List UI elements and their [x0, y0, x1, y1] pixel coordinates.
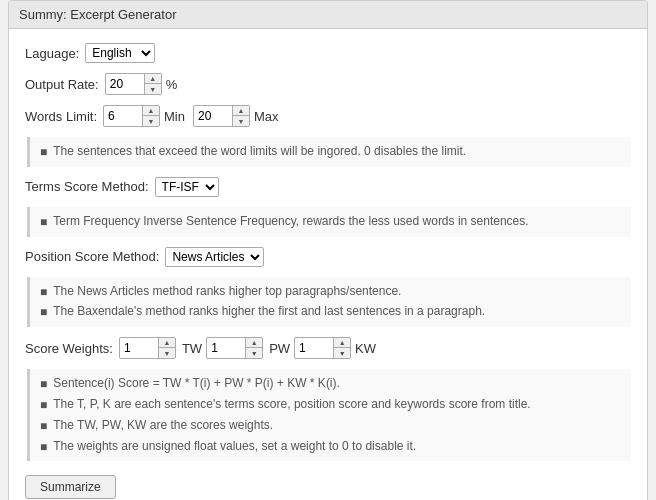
- words-limit-note-box: ■ The sentences that exceed the word lim…: [27, 137, 631, 167]
- kw-btns: ▲ ▼: [333, 338, 350, 358]
- score-weight-note-4-text: The weights are unsigned float values, s…: [53, 438, 416, 455]
- bullet-icon-8: ■: [40, 439, 47, 456]
- bullet-icon-6: ■: [40, 397, 47, 414]
- language-row: Laguage: English French German Spanish: [25, 43, 631, 63]
- bullet-icon-5: ■: [40, 376, 47, 393]
- score-weight-note-2: ■ The T, P, K are each sentence's terms …: [40, 396, 621, 414]
- position-score-note-box: ■ The News Articles method ranks higher …: [27, 277, 631, 328]
- bullet-icon-7: ■: [40, 418, 47, 435]
- title-bar: Summy: Excerpt Generator: [9, 1, 647, 29]
- terms-score-note-text: Term Frequency Inverse Sentence Frequenc…: [53, 213, 528, 230]
- bullet-icon-2: ■: [40, 214, 47, 231]
- words-limit-note-text: The sentences that exceed the word limit…: [53, 143, 466, 160]
- pw-label: PW: [269, 341, 290, 356]
- words-limit-max-input[interactable]: [194, 107, 232, 125]
- position-score-select[interactable]: News Articles Baxendale: [165, 247, 264, 267]
- terms-score-note-item: ■ Term Frequency Inverse Sentence Freque…: [40, 213, 621, 231]
- position-score-label: Position Score Method:: [25, 249, 159, 264]
- bullet-icon-3: ■: [40, 284, 47, 301]
- output-rate-down-btn[interactable]: ▼: [145, 84, 161, 94]
- pw-spinner: ▲ ▼: [206, 337, 263, 359]
- words-limit-max-spinner: ▲ ▼: [193, 105, 250, 127]
- output-rate-spinner: ▲ ▼: [105, 73, 162, 95]
- position-score-row: Position Score Method: News Articles Bax…: [25, 247, 631, 267]
- bullet-icon-4: ■: [40, 304, 47, 321]
- position-score-note-1: ■ The News Articles method ranks higher …: [40, 283, 621, 301]
- terms-score-label: Terms Score Method:: [25, 179, 149, 194]
- output-rate-input[interactable]: [106, 75, 144, 93]
- position-score-note-2-text: The Baxendale's method ranks higher the …: [53, 303, 485, 320]
- tw-down-btn[interactable]: ▼: [159, 348, 175, 358]
- summarize-button[interactable]: Summarize: [25, 475, 116, 499]
- words-limit-max-label: Max: [254, 109, 279, 124]
- score-weights-label: Score Weights:: [25, 341, 113, 356]
- score-weight-note-2-text: The T, P, K are each sentence's terms sc…: [53, 396, 530, 413]
- output-rate-spinner-btns: ▲ ▼: [144, 74, 161, 94]
- content-area: Laguage: English French German Spanish O…: [9, 29, 647, 500]
- summarize-row: Summarize: [25, 471, 631, 499]
- output-rate-unit: %: [166, 77, 178, 92]
- terms-score-select[interactable]: TF-ISF TF-IDF TF: [155, 177, 219, 197]
- window-title: Summy: Excerpt Generator: [19, 7, 177, 22]
- kw-input[interactable]: [295, 339, 333, 357]
- bullet-icon: ■: [40, 144, 47, 161]
- tw-spinner: ▲ ▼: [119, 337, 176, 359]
- pw-btns: ▲ ▼: [245, 338, 262, 358]
- words-limit-min-label: Min: [164, 109, 185, 124]
- terms-score-row: Terms Score Method: TF-ISF TF-IDF TF: [25, 177, 631, 197]
- tw-up-btn[interactable]: ▲: [159, 338, 175, 348]
- main-window: Summy: Excerpt Generator Laguage: Englis…: [8, 0, 648, 500]
- pw-input[interactable]: [207, 339, 245, 357]
- kw-up-btn[interactable]: ▲: [334, 338, 350, 348]
- score-weight-note-3-text: The TW, PW, KW are the scores weights.: [53, 417, 273, 434]
- score-weight-note-3: ■ The TW, PW, KW are the scores weights.: [40, 417, 621, 435]
- words-limit-row: Words Limit: ▲ ▼ Min ▲ ▼ Max: [25, 105, 631, 127]
- words-limit-max-up-btn[interactable]: ▲: [233, 106, 249, 116]
- position-score-note-2: ■ The Baxendale's method ranks higher th…: [40, 303, 621, 321]
- score-weight-note-1: ■ Sentence(i) Score = TW * T(i) + PW * P…: [40, 375, 621, 393]
- output-rate-row: Output Rate: ▲ ▼ %: [25, 73, 631, 95]
- tw-input[interactable]: [120, 339, 158, 357]
- pw-up-btn[interactable]: ▲: [246, 338, 262, 348]
- tw-label: TW: [182, 341, 202, 356]
- words-limit-note-item: ■ The sentences that exceed the word lim…: [40, 143, 621, 161]
- words-limit-min-down-btn[interactable]: ▼: [143, 116, 159, 126]
- words-limit-min-btns: ▲ ▼: [142, 106, 159, 126]
- kw-spinner: ▲ ▼: [294, 337, 351, 359]
- language-label: Laguage:: [25, 46, 79, 61]
- terms-score-note-box: ■ Term Frequency Inverse Sentence Freque…: [27, 207, 631, 237]
- score-weight-note-4: ■ The weights are unsigned float values,…: [40, 438, 621, 456]
- tw-btns: ▲ ▼: [158, 338, 175, 358]
- output-rate-label: Output Rate:: [25, 77, 99, 92]
- output-rate-up-btn[interactable]: ▲: [145, 74, 161, 84]
- language-select[interactable]: English French German Spanish: [85, 43, 155, 63]
- words-limit-max-down-btn[interactable]: ▼: [233, 116, 249, 126]
- words-limit-max-btns: ▲ ▼: [232, 106, 249, 126]
- words-limit-min-spinner: ▲ ▼: [103, 105, 160, 127]
- pw-down-btn[interactable]: ▼: [246, 348, 262, 358]
- score-weights-note-box: ■ Sentence(i) Score = TW * T(i) + PW * P…: [27, 369, 631, 461]
- kw-label: KW: [355, 341, 376, 356]
- words-limit-min-input[interactable]: [104, 107, 142, 125]
- words-limit-label: Words Limit:: [25, 109, 97, 124]
- words-limit-min-up-btn[interactable]: ▲: [143, 106, 159, 116]
- score-weight-note-1-text: Sentence(i) Score = TW * T(i) + PW * P(i…: [53, 375, 340, 392]
- score-weights-row: Score Weights: ▲ ▼ TW ▲ ▼ PW ▲: [25, 337, 631, 359]
- position-score-note-1-text: The News Articles method ranks higher to…: [53, 283, 401, 300]
- kw-down-btn[interactable]: ▼: [334, 348, 350, 358]
